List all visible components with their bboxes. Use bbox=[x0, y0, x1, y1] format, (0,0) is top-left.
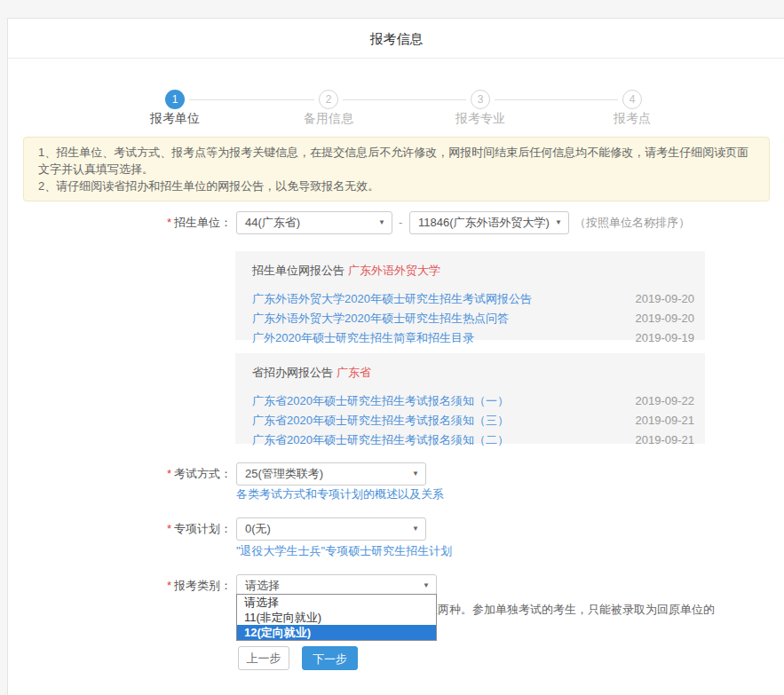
next-step-button[interactable]: 下一步 bbox=[302, 646, 358, 670]
previous-step-button[interactable]: 上一步 bbox=[238, 646, 289, 670]
chevron-down-icon: ▼ bbox=[412, 518, 419, 540]
sort-order-note: （按照单位名称排序） bbox=[574, 211, 690, 234]
application-form-card: 报考信息 1 2 3 4 报考单位 备用信息 报考专业 报考点 1、招生单位、考… bbox=[7, 18, 784, 695]
notice-line-2: 2、请仔细阅读省招办和招生单位的网报公告，以免导致报名无效。 bbox=[38, 178, 755, 194]
announcement-row: 广东省2020年硕士研究生招生考试报名须知（三） 2019-09-21 bbox=[252, 411, 694, 430]
option-non-directional[interactable]: 11(非定向就业) bbox=[237, 610, 436, 625]
province-select[interactable]: 44(广东省) ▼ bbox=[236, 211, 392, 234]
announcement-link[interactable]: 广外2020年硕士研究生招生简章和招生目录 bbox=[252, 328, 474, 348]
announcement-link[interactable]: 广东省2020年硕士研究生招生考试报名须知（一） bbox=[252, 391, 509, 411]
special-plan-label: *专项计划： bbox=[79, 517, 232, 541]
special-plan-select-value: 0(无) bbox=[245, 522, 271, 535]
application-category-select-value: 请选择 bbox=[245, 579, 280, 592]
province-announcements-box: 省招办网报公告广东省 广东省2020年硕士研究生招生考试报名须知（一） 2019… bbox=[235, 353, 705, 444]
recruiting-unit-label: *招生单位： bbox=[79, 211, 232, 234]
exam-method-label: *考试方式： bbox=[79, 462, 232, 486]
announcement-date: 2019-09-20 bbox=[636, 289, 695, 309]
announcement-date: 2019-09-20 bbox=[636, 309, 695, 328]
step-3-label: 报考专业 bbox=[436, 111, 525, 127]
special-plan-info-link[interactable]: "退役大学生士兵"专项硕士研究生招生计划 bbox=[236, 544, 452, 558]
province-select-value: 44(广东省) bbox=[245, 216, 300, 229]
step-3-circle: 3 bbox=[471, 90, 490, 109]
option-please-select[interactable]: 请选择 bbox=[237, 595, 436, 610]
notice-box: 1、招生单位、考试方式、报考点等为报考关键信息，在提交信息后不允许修改，网报时间… bbox=[23, 137, 770, 201]
exam-method-select[interactable]: 25(管理类联考) ▼ bbox=[236, 462, 426, 486]
announcement-link[interactable]: 广东外语外贸大学2020年硕士研究生招生考试网报公告 bbox=[252, 289, 532, 309]
announcement-date: 2019-09-21 bbox=[636, 411, 695, 430]
step-1-label: 报考单位 bbox=[131, 111, 219, 127]
announcement-link[interactable]: 广东外语外贸大学2020年硕士研究生招生热点问答 bbox=[252, 309, 509, 328]
notice-line-1: 1、招生单位、考试方式、报考点等为报考关键信息，在提交信息后不允许修改，网报时间… bbox=[38, 144, 755, 178]
announcement-row: 广东外语外贸大学2020年硕士研究生招生热点问答 2019-09-20 bbox=[252, 309, 694, 328]
step-connector bbox=[343, 99, 466, 100]
announcement-row: 广东省2020年硕士研究生招生考试报名须知（一） 2019-09-22 bbox=[252, 391, 694, 411]
announcement-date: 2019-09-21 bbox=[636, 430, 695, 450]
step-connector bbox=[189, 99, 314, 100]
required-asterisk: * bbox=[167, 579, 171, 592]
step-2-label: 备用信息 bbox=[284, 111, 373, 127]
province-announcements-title: 省招办网报公告广东省 bbox=[252, 365, 694, 381]
chevron-down-icon: ▼ bbox=[412, 463, 419, 485]
unit-select[interactable]: 11846(广东外语外贸大学) ▼ bbox=[409, 211, 569, 234]
unit-announcements-title: 招生单位网报公告广东外语外贸大学 bbox=[252, 263, 694, 279]
select-separator: - bbox=[399, 211, 402, 234]
application-category-label: *报考类别： bbox=[79, 574, 232, 597]
province-name-highlight: 广东省 bbox=[337, 366, 371, 379]
required-asterisk: * bbox=[167, 467, 171, 480]
unit-name-highlight: 广东外语外贸大学 bbox=[348, 264, 440, 277]
application-category-option-list: 请选择 11(非定向就业) 12(定向就业) bbox=[236, 594, 437, 641]
announcement-row: 广东省2020年硕士研究生招生考试报名须知（二） 2019-09-21 bbox=[252, 430, 694, 450]
unit-select-value: 11846(广东外语外贸大学) bbox=[418, 216, 550, 229]
required-asterisk: * bbox=[167, 522, 171, 535]
page-title: 报考信息 bbox=[370, 19, 424, 59]
exam-method-select-value: 25(管理类联考) bbox=[245, 467, 323, 480]
step-connector bbox=[495, 99, 618, 100]
option-directional-selected[interactable]: 12(定向就业) bbox=[237, 625, 436, 640]
unit-announcements-box: 招生单位网报公告广东外语外贸大学 广东外语外贸大学2020年硕士研究生招生考试网… bbox=[235, 251, 705, 340]
step-4-label: 报考点 bbox=[588, 111, 677, 127]
step-1-circle: 1 bbox=[165, 90, 185, 109]
chevron-down-icon: ▼ bbox=[555, 212, 562, 233]
announcement-link[interactable]: 广东省2020年硕士研究生招生考试报名须知（二） bbox=[252, 430, 509, 450]
step-4-circle: 4 bbox=[622, 90, 642, 109]
announcement-row: 广东外语外贸大学2020年硕士研究生招生考试网报公告 2019-09-20 bbox=[252, 289, 694, 309]
announcement-link[interactable]: 广东省2020年硕士研究生招生考试报名须知（三） bbox=[252, 411, 509, 430]
announcement-date: 2019-09-22 bbox=[636, 391, 695, 411]
application-category-help-text: 业两种。参加单独考试的考生，只能被录取为回原单位的 bbox=[426, 602, 715, 618]
required-asterisk: * bbox=[167, 216, 171, 229]
special-plan-select[interactable]: 0(无) ▼ bbox=[236, 517, 426, 541]
chevron-down-icon: ▼ bbox=[378, 212, 385, 233]
step-2-circle: 2 bbox=[319, 90, 338, 109]
exam-method-info-link[interactable]: 各类考试方式和专项计划的概述以及关系 bbox=[236, 487, 444, 502]
card-header: 报考信息 bbox=[8, 19, 784, 59]
announcement-row: 广外2020年硕士研究生招生简章和招生目录 2019-09-19 bbox=[252, 328, 694, 348]
announcement-date: 2019-09-19 bbox=[636, 328, 695, 348]
